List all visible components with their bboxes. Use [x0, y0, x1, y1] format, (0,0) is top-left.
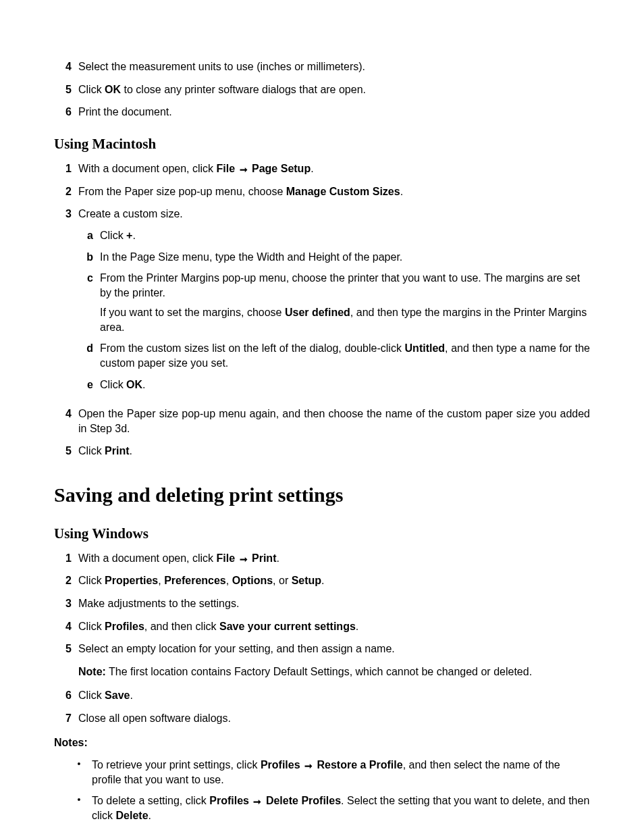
list-text: Click Profiles, and then click Save your…	[78, 619, 590, 634]
mac-sublist: a Click +. b In the Page Size menu, type…	[78, 228, 590, 392]
bold-text: Save your current settings	[219, 621, 356, 632]
mac-ordered-list: 1 With a document open, click File ➞ Pag…	[54, 161, 590, 459]
text: .	[400, 186, 403, 197]
marker: 6	[54, 688, 78, 703]
list-text: Open the Paper size pop-up menu again, a…	[78, 407, 590, 436]
marker: c	[78, 271, 100, 286]
text: Click	[78, 575, 105, 586]
list-text: From the custom sizes list on the left o…	[100, 341, 590, 370]
win-ordered-list: 1 With a document open, click File ➞ Pri…	[54, 551, 590, 656]
bold-text: Save	[105, 689, 130, 701]
list-item: 4 Open the Paper size pop-up menu again,…	[54, 407, 590, 436]
list-item: 5 Click OK to close any printer software…	[54, 82, 590, 97]
arrow-icon: ➞	[253, 797, 261, 806]
heading-using-macintosh: Using Macintosh	[54, 134, 590, 153]
list-text: Select an empty location for your settin…	[78, 642, 590, 656]
text: Create a custom size.	[78, 208, 183, 219]
list-item: 3 Create a custom size. a Click +. b In …	[54, 207, 590, 398]
list-text: Make adjustments to the settings.	[78, 596, 590, 611]
list-item: 4 Select the measurement units to use (i…	[54, 59, 590, 74]
list-text: To delete a setting, click Profiles ➞ De…	[92, 793, 590, 823]
marker: 4	[54, 407, 78, 421]
text: With a document open, click	[78, 552, 217, 564]
text: .	[142, 379, 145, 390]
bold-text: Restore a Profile	[317, 759, 402, 771]
bold-text: Delete Profiles	[266, 795, 341, 806]
text: ,	[158, 575, 164, 586]
marker: 5	[54, 444, 78, 459]
list-text: Click OK.	[100, 377, 590, 392]
marker: b	[78, 250, 100, 265]
marker: 2	[54, 184, 78, 199]
marker: a	[78, 228, 100, 243]
bold-text: Properties	[105, 575, 158, 586]
text: , and then click	[144, 621, 219, 632]
text: , or	[273, 575, 292, 586]
list-text: Create a custom size. a Click +. b In th…	[78, 207, 590, 398]
bold-text: Print	[105, 445, 129, 457]
text: Click	[78, 84, 105, 95]
text: .	[321, 575, 324, 586]
list-text: In the Page Size menu, type the Width an…	[100, 250, 590, 265]
bullet-item: • To retrieve your print settings, click…	[72, 758, 590, 787]
text: From the custom sizes list on the left o…	[100, 342, 405, 354]
sublist-item: b In the Page Size menu, type the Width …	[78, 250, 590, 265]
marker: e	[78, 377, 100, 392]
text: .	[356, 621, 358, 632]
list-text: Print the document.	[78, 105, 590, 120]
heading-saving-deleting: Saving and deleting print settings	[54, 481, 590, 509]
note: Note: The first location contains Factor…	[78, 664, 590, 679]
list-item: 1 With a document open, click File ➞ Pag…	[54, 161, 590, 176]
bold-text: Options	[232, 575, 273, 586]
bold-text: Page Setup	[252, 163, 311, 174]
bold-text: OK	[105, 84, 121, 95]
bold-text: File	[217, 552, 236, 564]
notes-list: • To retrieve your print settings, click…	[72, 758, 590, 823]
list-item: 5 Click Print.	[54, 444, 590, 459]
text: .	[132, 230, 135, 241]
sublist-item: d From the custom sizes list on the left…	[78, 341, 590, 370]
list-item: 7 Close all open software dialogs.	[54, 711, 590, 726]
text: Click	[100, 379, 126, 390]
bold-text: User defined	[285, 307, 350, 318]
text: To delete a setting, click	[92, 795, 209, 806]
bold-text: Preferences	[164, 575, 226, 586]
list-text: Click Properties, Preferences, Options, …	[78, 573, 590, 588]
list-item: 6 Click Save.	[54, 688, 590, 703]
text: .	[276, 552, 279, 564]
list-text: Click Print.	[78, 444, 590, 459]
list-text: From the Printer Margins pop-up menu, ch…	[100, 271, 590, 334]
list-text: Click +.	[100, 228, 590, 243]
list-text: With a document open, click File ➞ Page …	[78, 161, 590, 176]
bullet-icon: •	[72, 793, 92, 806]
text: .	[311, 163, 313, 174]
bold-text: Profiles	[261, 759, 300, 771]
marker: 3	[54, 596, 78, 611]
marker: 3	[54, 207, 78, 221]
list-text: Click Save.	[78, 688, 590, 703]
bold-text: Profiles	[209, 795, 249, 806]
sublist-item: c From the Printer Margins pop-up menu, …	[78, 271, 590, 334]
paragraph: If you want to set the margins, choose U…	[100, 305, 590, 334]
note-text: The first location contains Factory Defa…	[106, 666, 532, 677]
notes-heading: Notes:	[54, 735, 590, 750]
list-item: 6 Print the document.	[54, 105, 590, 120]
text: To retrieve your print settings, click	[92, 759, 261, 771]
heading-using-windows: Using Windows	[54, 524, 590, 543]
top-ordered-list: 4 Select the measurement units to use (i…	[54, 59, 590, 120]
bold-text: Manage Custom Sizes	[286, 186, 400, 197]
marker: 2	[54, 573, 78, 588]
list-text: Select the measurement units to use (inc…	[78, 59, 590, 74]
marker: 5	[54, 82, 78, 97]
text: ,	[226, 575, 232, 586]
text: If you want to set the margins, choose	[100, 307, 285, 318]
note-label: Note:	[78, 666, 106, 677]
marker: 7	[54, 711, 78, 726]
sublist-item: a Click +.	[78, 228, 590, 243]
text: Click	[100, 230, 126, 241]
list-item: 2 Click Properties, Preferences, Options…	[54, 573, 590, 588]
marker: 4	[54, 59, 78, 74]
arrow-icon: ➞	[240, 165, 248, 174]
arrow-icon: ➞	[240, 554, 248, 564]
list-item: 4 Click Profiles, and then click Save yo…	[54, 619, 590, 634]
